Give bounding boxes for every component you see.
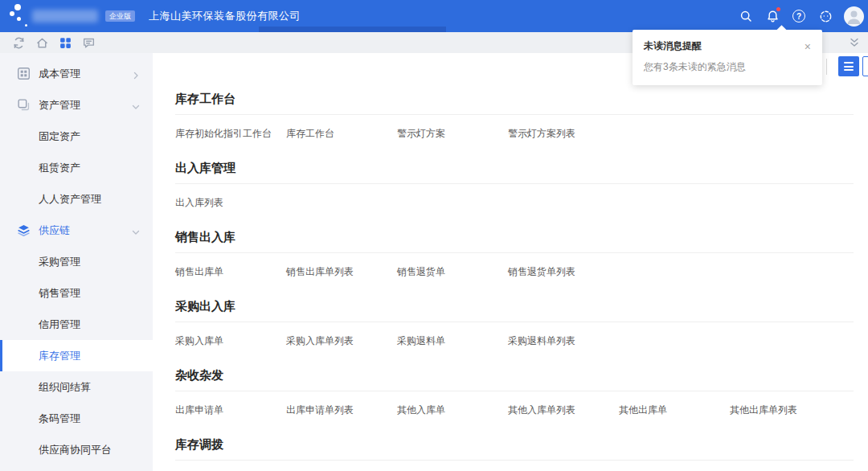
sidebar-item-inter-org-settlement[interactable]: 组织间结算 [0,371,153,403]
menu-link[interactable]: 采购入库单 [175,334,286,347]
menu-link[interactable]: 警示灯方案列表 [508,127,619,140]
menu-link[interactable]: 采购入库单列表 [286,334,397,347]
app-window: 企业版 上海山美环保装备股份有限公司 ? [0,0,868,471]
menu-link[interactable]: 其他出库单列表 [730,403,841,416]
sidebar-item-supplier-collaboration-platform[interactable]: 供应商协同平台 [0,434,153,465]
section-inventory-workbench: 库存工作台 库存初始化指引工作台 库存工作台 警示灯方案 警示灯方案列表 [175,92,854,140]
sidebar-item-credit-management[interactable]: 信用管理 [0,309,153,340]
edition-badge: 企业版 [105,10,135,22]
menu-link[interactable]: 销售出库单列表 [286,265,397,278]
logo-blurred-text [32,10,98,23]
section-purchase-in-out: 采购出入库 采购入库单 采购入库单列表 采购退料单 采购退料单列表 [175,299,854,347]
home-icon[interactable] [35,36,49,50]
menu-link[interactable]: 采购退料单列表 [508,334,619,347]
section-misc-receipt-issue: 杂收杂发 出库申请单 出库申请单列表 其他入库单 其他入库单列表 其他出库单 其… [175,368,854,416]
menu-link[interactable]: 出库申请单列表 [286,403,397,416]
notification-title: 未读消息提醒 [644,39,702,53]
sidebar-item-fixed-assets[interactable]: 固定资产 [0,121,153,152]
menu-links-row: 采购入库单 采购入库单列表 采购退料单 采购退料单列表 [175,334,854,347]
grid-table-icon [17,67,31,80]
search-icon[interactable] [738,8,754,24]
collapse-double-chevron-icon[interactable] [848,36,862,50]
section-title: 销售出入库 [175,230,854,244]
copy-squares-icon [17,98,31,112]
menu-link[interactable]: 库存工作台 [286,127,397,140]
menu-link[interactable]: 销售退货单列表 [508,265,619,278]
brand-logo-icon [5,0,31,32]
body-layout: 成本管理 资产管理 固定资产 [0,53,868,471]
sidebar-item-purchase-management[interactable]: 采购管理 [0,246,153,277]
section-divider [175,460,854,461]
sidebar-item-label: 销售管理 [39,286,80,301]
menu-link[interactable]: 其他出库单 [619,403,730,416]
menu-links-row: 出库申请单 出库申请单列表 其他入库单 其他入库单列表 其他出库单 其他出库单列… [175,403,854,416]
sidebar-item-inventory-management[interactable]: 库存管理 [0,340,153,371]
sidebar-item-label: 采购管理 [39,255,80,269]
sidebar-item-label: 固定资产 [39,129,80,144]
avatar[interactable] [844,6,864,27]
sidebar-item-label: 库存管理 [39,349,80,363]
sidebar-item-label: 组织间结算 [39,380,91,395]
sidebar-item-asset-management[interactable]: 资产管理 [0,89,153,121]
menu-link[interactable]: 销售退货单 [397,265,508,278]
notification-popup-header: 未读消息提醒 × [644,39,811,53]
chevron-down-icon [132,227,140,235]
sidebar-item-label: 供应商协同平台 [39,443,112,457]
menu-link[interactable]: 其他入库单列表 [508,403,619,416]
section-title: 库存调拨 [175,437,854,452]
sidebar-item-supply-chain[interactable]: 供应链 [0,215,153,246]
menu-links-row: 库存初始化指引工作台 库存工作台 警示灯方案 警示灯方案列表 [175,127,854,140]
sidebar-item-people-asset-management[interactable]: 人人资产管理 [0,183,153,215]
list-view-icon [844,62,854,71]
menu-link[interactable]: 其他入库单 [397,403,508,416]
card-view-button[interactable] [862,56,868,76]
apps-grid-icon[interactable] [59,36,72,50]
sidebar-item-leased-assets[interactable]: 租赁资产 [0,152,153,183]
notification-body: 您有3条未读的紧急消息 [644,60,811,74]
section-divider [175,391,854,391]
sidebar-item-label: 信用管理 [39,317,80,332]
section-in-out-management: 出入库管理 出入库列表 [175,161,854,209]
section-sales-in-out: 销售出入库 销售出库单 销售出库单列表 销售退货单 销售退货单列表 [175,230,854,278]
notifications-bell-icon[interactable] [764,8,780,24]
sidebar: 成本管理 资产管理 固定资产 [0,53,153,471]
sidebar-item-label: 人人资产管理 [39,192,101,207]
menu-link[interactable]: 库存初始化指引工作台 [175,127,286,140]
unread-dot [776,7,780,11]
view-toggle [826,56,868,76]
company-name: 上海山美环保装备股份有限公司 [149,9,301,23]
section-title: 杂收杂发 [175,368,854,383]
toolbar-divider [826,59,827,75]
section-title: 库存工作台 [175,92,854,106]
menu-link[interactable]: 出入库列表 [175,196,286,209]
section-divider [175,322,854,322]
notification-popup: 未读消息提醒 × 您有3条未读的紧急消息 [633,30,822,85]
sync-icon[interactable] [12,36,26,50]
help-icon[interactable]: ? [791,8,807,24]
section-divider [175,114,854,115]
header-right: ? [738,6,868,27]
header-shade [259,27,446,32]
sidebar-item-sales-management[interactable]: 销售管理 [0,277,153,309]
layers-icon [17,223,31,237]
section-title: 采购出入库 [175,299,854,313]
sidebar-item-barcode-management[interactable]: 条码管理 [0,403,153,434]
close-icon[interactable]: × [805,41,811,52]
menu-links-row: 出入库列表 [175,196,854,209]
menu-link[interactable]: 警示灯方案 [397,127,508,140]
menu-links-row: 销售出库单 销售出库单列表 销售退货单 销售退货单列表 [175,265,854,278]
main-content: 库存工作台 库存初始化指引工作台 库存工作台 警示灯方案 警示灯方案列表 出入库… [153,53,868,471]
menu-link[interactable]: 出库申请单 [175,403,286,416]
chat-icon[interactable] [82,36,96,50]
section-title: 出入库管理 [175,161,854,175]
chevron-right-icon [132,70,140,78]
menu-link[interactable]: 销售出库单 [175,265,286,278]
sidebar-item-cost-management[interactable]: 成本管理 [0,58,153,89]
sidebar-item-label: 供应链 [39,223,70,238]
menu-link[interactable]: 采购退料单 [397,334,508,347]
list-view-button[interactable] [838,56,859,76]
section-divider [175,252,854,253]
sidebar-item-label: 租赁资产 [39,161,80,175]
service-icon[interactable] [817,8,833,24]
section-divider [175,183,854,184]
